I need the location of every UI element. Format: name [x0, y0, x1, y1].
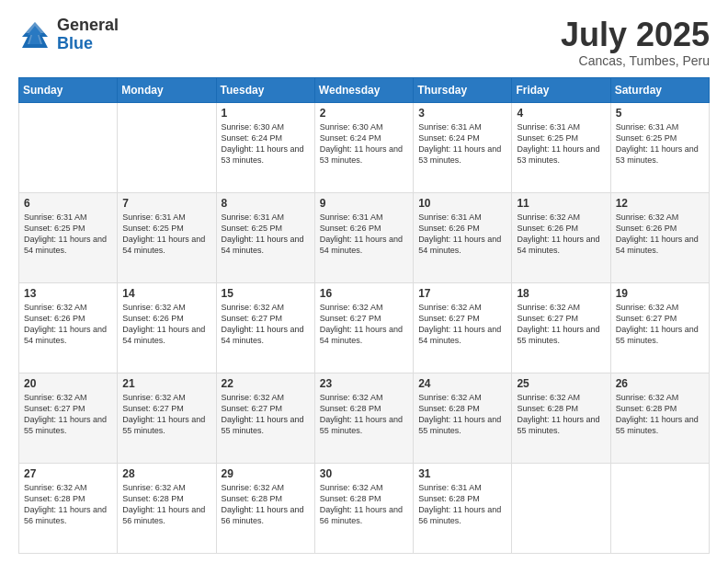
- cell-info: Sunrise: 6:32 AM Sunset: 6:28 PM Dayligh…: [320, 482, 408, 527]
- day-number: 18: [517, 287, 605, 300]
- day-number: 21: [122, 377, 210, 390]
- cell-info: Sunrise: 6:32 AM Sunset: 6:28 PM Dayligh…: [418, 392, 506, 437]
- cell-info: Sunrise: 6:31 AM Sunset: 6:24 PM Dayligh…: [418, 121, 506, 167]
- cell-info: Sunrise: 6:32 AM Sunset: 6:28 PM Dayligh…: [616, 392, 704, 437]
- calendar-cell: 31Sunrise: 6:31 AM Sunset: 6:28 PM Dayli…: [414, 463, 512, 553]
- calendar-cell: 30Sunrise: 6:32 AM Sunset: 6:28 PM Dayli…: [314, 463, 413, 553]
- day-number: 27: [24, 467, 112, 480]
- day-number: 19: [616, 287, 704, 300]
- cell-info: Sunrise: 6:32 AM Sunset: 6:27 PM Dayligh…: [517, 302, 605, 347]
- calendar-cell: 29Sunrise: 6:32 AM Sunset: 6:28 PM Dayli…: [216, 463, 314, 553]
- title-section: July 2025 Cancas, Tumbes, Peru: [561, 17, 710, 68]
- calendar-cell: 1Sunrise: 6:30 AM Sunset: 6:24 PM Daylig…: [216, 102, 314, 192]
- day-number: 31: [418, 467, 506, 480]
- calendar-cell: 25Sunrise: 6:32 AM Sunset: 6:28 PM Dayli…: [512, 373, 610, 463]
- week-row-1: 1Sunrise: 6:30 AM Sunset: 6:24 PM Daylig…: [19, 102, 710, 192]
- day-number: 6: [24, 197, 112, 210]
- calendar-cell: 8Sunrise: 6:31 AM Sunset: 6:25 PM Daylig…: [216, 192, 314, 282]
- calendar-cell: 19Sunrise: 6:32 AM Sunset: 6:27 PM Dayli…: [610, 282, 709, 373]
- header-day-saturday: Saturday: [610, 77, 709, 102]
- cell-info: Sunrise: 6:31 AM Sunset: 6:26 PM Dayligh…: [320, 212, 408, 257]
- calendar-cell: 14Sunrise: 6:32 AM Sunset: 6:26 PM Dayli…: [118, 282, 216, 373]
- logo-icon: [18, 18, 51, 52]
- calendar-cell: 5Sunrise: 6:31 AM Sunset: 6:25 PM Daylig…: [610, 102, 709, 192]
- day-number: 17: [418, 287, 506, 300]
- day-number: 15: [222, 287, 310, 300]
- location: Cancas, Tumbes, Peru: [561, 53, 710, 68]
- day-number: 11: [517, 197, 605, 210]
- calendar-cell: 4Sunrise: 6:31 AM Sunset: 6:25 PM Daylig…: [512, 102, 610, 192]
- day-number: 2: [320, 107, 408, 120]
- day-number: 30: [320, 467, 408, 480]
- calendar-cell: 17Sunrise: 6:32 AM Sunset: 6:27 PM Dayli…: [414, 282, 512, 373]
- cell-info: Sunrise: 6:32 AM Sunset: 6:28 PM Dayligh…: [122, 482, 210, 527]
- cell-info: Sunrise: 6:32 AM Sunset: 6:28 PM Dayligh…: [517, 392, 605, 437]
- calendar-cell: 26Sunrise: 6:32 AM Sunset: 6:28 PM Dayli…: [610, 373, 709, 463]
- logo-text: General Blue: [57, 17, 119, 53]
- day-number: 28: [122, 467, 210, 480]
- cell-info: Sunrise: 6:32 AM Sunset: 6:26 PM Dayligh…: [616, 212, 704, 257]
- calendar: SundayMondayTuesdayWednesdayThursdayFrid…: [18, 77, 710, 554]
- header-day-thursday: Thursday: [414, 77, 512, 102]
- cell-info: Sunrise: 6:31 AM Sunset: 6:25 PM Dayligh…: [122, 212, 210, 257]
- day-number: 5: [616, 107, 704, 120]
- day-number: 16: [320, 287, 408, 300]
- cell-info: Sunrise: 6:32 AM Sunset: 6:27 PM Dayligh…: [222, 392, 310, 437]
- day-number: 22: [222, 377, 310, 390]
- calendar-cell: [610, 463, 709, 553]
- header-day-wednesday: Wednesday: [314, 77, 413, 102]
- cell-info: Sunrise: 6:31 AM Sunset: 6:25 PM Dayligh…: [222, 212, 310, 257]
- calendar-cell: 9Sunrise: 6:31 AM Sunset: 6:26 PM Daylig…: [314, 192, 413, 282]
- calendar-cell: 22Sunrise: 6:32 AM Sunset: 6:27 PM Dayli…: [216, 373, 314, 463]
- day-number: 12: [616, 197, 704, 210]
- cell-info: Sunrise: 6:31 AM Sunset: 6:25 PM Dayligh…: [616, 121, 704, 167]
- calendar-cell: 15Sunrise: 6:32 AM Sunset: 6:27 PM Dayli…: [216, 282, 314, 373]
- calendar-cell: 2Sunrise: 6:30 AM Sunset: 6:24 PM Daylig…: [314, 102, 413, 192]
- logo-blue: Blue: [57, 35, 119, 53]
- day-number: 24: [418, 377, 506, 390]
- day-number: 25: [517, 377, 605, 390]
- cell-info: Sunrise: 6:32 AM Sunset: 6:26 PM Dayligh…: [122, 302, 210, 347]
- cell-info: Sunrise: 6:31 AM Sunset: 6:28 PM Dayligh…: [418, 482, 506, 527]
- day-number: 7: [122, 197, 210, 210]
- cell-info: Sunrise: 6:32 AM Sunset: 6:27 PM Dayligh…: [616, 302, 704, 347]
- cell-info: Sunrise: 6:32 AM Sunset: 6:26 PM Dayligh…: [517, 212, 605, 257]
- calendar-cell: 10Sunrise: 6:31 AM Sunset: 6:26 PM Dayli…: [414, 192, 512, 282]
- cell-info: Sunrise: 6:32 AM Sunset: 6:28 PM Dayligh…: [24, 482, 112, 527]
- day-number: 3: [418, 107, 506, 120]
- calendar-cell: 11Sunrise: 6:32 AM Sunset: 6:26 PM Dayli…: [512, 192, 610, 282]
- cell-info: Sunrise: 6:32 AM Sunset: 6:28 PM Dayligh…: [320, 392, 408, 437]
- calendar-cell: 20Sunrise: 6:32 AM Sunset: 6:27 PM Dayli…: [19, 373, 118, 463]
- day-number: 26: [616, 377, 704, 390]
- cell-info: Sunrise: 6:32 AM Sunset: 6:27 PM Dayligh…: [24, 392, 112, 437]
- week-row-5: 27Sunrise: 6:32 AM Sunset: 6:28 PM Dayli…: [19, 463, 710, 553]
- cell-info: Sunrise: 6:32 AM Sunset: 6:28 PM Dayligh…: [222, 482, 310, 527]
- cell-info: Sunrise: 6:31 AM Sunset: 6:26 PM Dayligh…: [418, 212, 506, 257]
- day-number: 8: [222, 197, 310, 210]
- cell-info: Sunrise: 6:30 AM Sunset: 6:24 PM Dayligh…: [320, 121, 408, 167]
- day-number: 13: [24, 287, 112, 300]
- calendar-cell: 3Sunrise: 6:31 AM Sunset: 6:24 PM Daylig…: [414, 102, 512, 192]
- logo: General Blue: [18, 17, 119, 53]
- week-row-2: 6Sunrise: 6:31 AM Sunset: 6:25 PM Daylig…: [19, 192, 710, 282]
- header-day-friday: Friday: [512, 77, 610, 102]
- calendar-header-row: SundayMondayTuesdayWednesdayThursdayFrid…: [19, 77, 710, 102]
- month-title: July 2025: [561, 17, 710, 53]
- calendar-cell: 18Sunrise: 6:32 AM Sunset: 6:27 PM Dayli…: [512, 282, 610, 373]
- week-row-4: 20Sunrise: 6:32 AM Sunset: 6:27 PM Dayli…: [19, 373, 710, 463]
- calendar-cell: 21Sunrise: 6:32 AM Sunset: 6:27 PM Dayli…: [118, 373, 216, 463]
- calendar-cell: 27Sunrise: 6:32 AM Sunset: 6:28 PM Dayli…: [19, 463, 118, 553]
- calendar-cell: [118, 102, 216, 192]
- day-number: 29: [222, 467, 310, 480]
- calendar-cell: 6Sunrise: 6:31 AM Sunset: 6:25 PM Daylig…: [19, 192, 118, 282]
- page: General Blue July 2025 Cancas, Tumbes, P…: [0, 0, 728, 563]
- header-day-tuesday: Tuesday: [216, 77, 314, 102]
- day-number: 10: [418, 197, 506, 210]
- day-number: 4: [517, 107, 605, 120]
- calendar-cell: 13Sunrise: 6:32 AM Sunset: 6:26 PM Dayli…: [19, 282, 118, 373]
- calendar-cell: 24Sunrise: 6:32 AM Sunset: 6:28 PM Dayli…: [414, 373, 512, 463]
- calendar-cell: [19, 102, 118, 192]
- cell-info: Sunrise: 6:32 AM Sunset: 6:27 PM Dayligh…: [222, 302, 310, 347]
- calendar-cell: [512, 463, 610, 553]
- calendar-cell: 28Sunrise: 6:32 AM Sunset: 6:28 PM Dayli…: [118, 463, 216, 553]
